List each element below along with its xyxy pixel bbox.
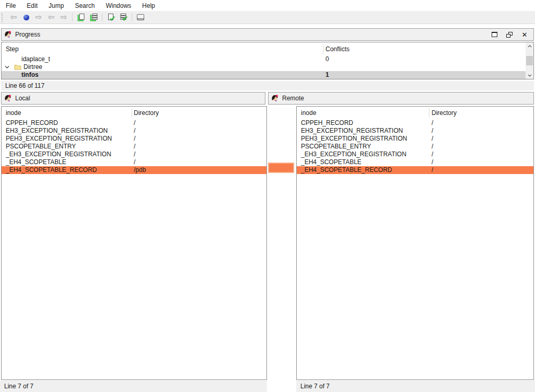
remote-status-text: Line 7 of 7: [300, 383, 330, 390]
table-row[interactable]: PEH3_EXCEPTION_REGISTRATION /: [297, 135, 533, 143]
merge-gutter: [267, 106, 296, 392]
local-titlebar[interactable]: Local: [1, 92, 265, 105]
table-row[interactable]: PSCOPETABLE_ENTRY /: [297, 143, 533, 151]
app-icon: [271, 94, 279, 102]
progress-status-bar: Line 66 of 117: [1, 81, 534, 90]
app-icon: [4, 30, 12, 39]
local-title: Local: [15, 95, 30, 102]
menu-search[interactable]: Search: [73, 1, 96, 10]
column-header-conflicts[interactable]: Conflicts: [325, 42, 350, 55]
next-arrow-icon[interactable]: ⇨: [57, 11, 70, 23]
table-row[interactable]: CPPEH_RECORD /: [2, 119, 266, 127]
stack-icon[interactable]: [87, 11, 100, 23]
table-row[interactable]: _EH4_SCOPETABLE /: [297, 158, 533, 166]
remote-table: inode Directory CPPEH_RECORD / EH3_EXCEP…: [296, 106, 534, 380]
column-header-step[interactable]: Step: [6, 42, 19, 55]
menu-windows[interactable]: Windows: [104, 1, 133, 10]
forward-arrow-icon[interactable]: ⇨: [32, 11, 45, 23]
progress-table: Step Conflicts idaplace_t 0 Dirtree tinf…: [1, 42, 534, 79]
progress-titlebar[interactable]: Progress ✕: [1, 28, 534, 41]
table-row[interactable]: _EH4_SCOPETABLE /: [2, 158, 266, 166]
column-header-inode[interactable]: inode: [301, 107, 316, 119]
table-row[interactable]: EH3_EXCEPTION_REGISTRATION /: [2, 127, 266, 135]
toolbar-gripper[interactable]: [2, 13, 4, 22]
table-row[interactable]: _EH3_EXCEPTION_REGISTRATION /: [2, 151, 266, 158]
monitor-icon[interactable]: [134, 11, 147, 23]
progress-row[interactable]: idaplace_t 0: [2, 55, 533, 63]
scrollbar-thumb[interactable]: [526, 56, 533, 65]
remote-title: Remote: [282, 95, 304, 102]
chevron-down-icon[interactable]: [5, 65, 9, 69]
menu-file[interactable]: File: [4, 1, 17, 10]
table-row[interactable]: _EH3_EXCEPTION_REGISTRATION /: [297, 151, 533, 158]
progress-row-dirtree[interactable]: Dirtree: [2, 63, 533, 71]
table-row[interactable]: PEH3_EXCEPTION_REGISTRATION /: [2, 135, 266, 143]
close-button[interactable]: ✕: [520, 30, 529, 39]
maximize-button[interactable]: [490, 30, 498, 39]
back-arrow-icon[interactable]: ⇦: [7, 11, 20, 23]
column-header-inode[interactable]: inode: [6, 107, 21, 119]
progress-scrollbar[interactable]: [526, 42, 533, 79]
scroll-down-icon[interactable]: [526, 72, 533, 79]
conflict-marker: [268, 163, 294, 173]
table-row[interactable]: PSCOPETABLE_ENTRY /: [2, 143, 266, 151]
folder-icon: [14, 64, 21, 70]
restore-button[interactable]: [505, 30, 514, 39]
progress-status-text: Line 66 of 117: [5, 82, 44, 89]
app-icon: [4, 94, 12, 102]
progress-row-selected[interactable]: tinfos 1: [2, 71, 533, 79]
table-row-selected[interactable]: _EH4_SCOPETABLE_RECORD /pdb: [2, 166, 266, 174]
table-row[interactable]: EH3_EXCEPTION_REGISTRATION /: [297, 127, 533, 135]
document-check-icon[interactable]: [104, 11, 117, 23]
table-row-selected[interactable]: _EH4_SCOPETABLE_RECORD /: [297, 166, 533, 174]
prev-arrow-icon[interactable]: ⇦: [45, 11, 57, 23]
stack-check-icon[interactable]: [117, 11, 130, 23]
toolbar-separator: [102, 13, 102, 21]
table-row[interactable]: CPPEH_RECORD /: [297, 119, 533, 127]
toolbar-separator: [132, 13, 132, 21]
column-header-directory[interactable]: Directory: [134, 107, 159, 119]
progress-title: Progress: [15, 31, 40, 38]
toolbar-separator: [72, 13, 73, 21]
local-status-text: Line 7 of 7: [4, 383, 33, 390]
menu-bar: File Edit Jump Search Windows Help: [0, 0, 535, 11]
document-icon[interactable]: [75, 11, 87, 23]
close-icon: ✕: [522, 31, 528, 38]
column-header-directory[interactable]: Directory: [432, 107, 457, 119]
toolbar: ⇦ ⇨ ⇦ ⇨: [0, 11, 535, 24]
menu-edit[interactable]: Edit: [25, 1, 39, 10]
local-status-bar: Line 7 of 7: [0, 381, 267, 392]
local-table: inode Directory CPPEH_RECORD / EH3_EXCEP…: [1, 106, 267, 380]
menu-jump[interactable]: Jump: [47, 1, 65, 10]
remote-status-bar: Line 7 of 7: [296, 381, 535, 392]
blue-dot-icon[interactable]: [20, 11, 32, 23]
scroll-up-icon[interactable]: [526, 42, 533, 50]
remote-titlebar[interactable]: Remote: [268, 92, 534, 105]
menu-help[interactable]: Help: [141, 1, 157, 10]
